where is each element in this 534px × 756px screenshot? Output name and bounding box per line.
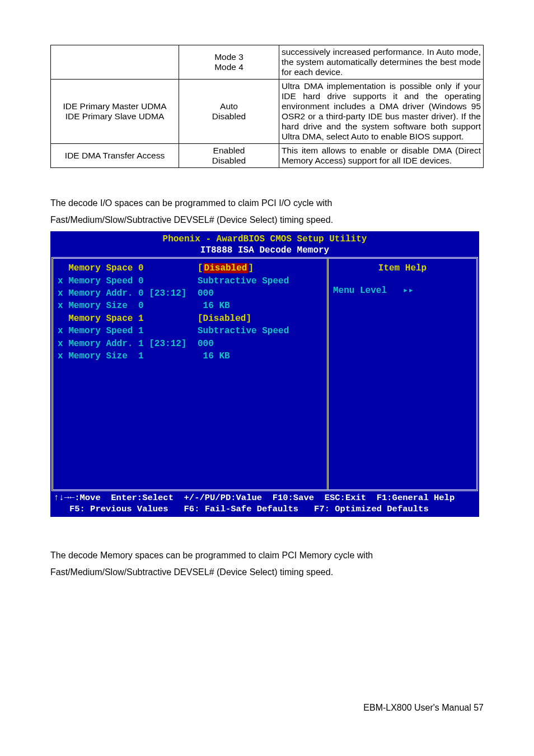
bios-item: x Memory Size 0 — [58, 300, 198, 312]
bios-item: x Memory Addr. 0 [23:12] — [58, 287, 198, 300]
bios-value: 16 KB — [198, 350, 230, 362]
bios-menu-level: Menu Level ▸▸ — [333, 284, 472, 296]
bios-title-1: Phoenix - AwardBIOS CMOS Setup Utility — [163, 234, 367, 244]
bios-item: x Memory Size 1 — [58, 350, 198, 362]
bios-item: x Memory Addr. 1 [23:12] — [58, 338, 198, 350]
bios-footer: ↑↓→←:Move Enter:Select +/-/PU/PD:Value F… — [50, 491, 479, 517]
cell-udma-options: Auto Disabled — [179, 80, 279, 144]
paragraph-io-decode-1: The decode I/O spaces can be programmed … — [50, 196, 484, 211]
opt: Auto — [220, 101, 238, 111]
bios-item: Memory Space 0 — [58, 262, 198, 274]
bios-screenshot: Phoenix - AwardBIOS CMOS Setup Utility I… — [50, 231, 479, 517]
bios-value: 16 KB — [198, 300, 230, 312]
opt: Disabled — [212, 111, 246, 121]
bios-item: x Memory Speed 1 — [58, 325, 198, 337]
bios-value: [Disabled] — [198, 312, 251, 325]
label: IDE Primary Slave UDMA — [65, 111, 165, 121]
bios-left-pane: Memory Space 0[Disabled] x Memory Speed … — [53, 259, 329, 489]
bios-value: Subtractive Speed — [198, 275, 289, 287]
bios-keys-1: ↑↓→←:Move Enter:Select +/-/PU/PD:Value F… — [54, 493, 455, 503]
cell-dma-options: Enabled Disabled — [179, 144, 279, 168]
bios-title-2: IT8888 ISA Decode Memory — [200, 245, 329, 255]
bios-item: x Memory Speed 0 — [58, 275, 198, 287]
spec-table: Mode 3 Mode 4 successively increased per… — [50, 45, 484, 168]
cell-mode-desc: successively increased performance. In A… — [279, 45, 484, 80]
bios-item: Memory Space 1 — [58, 312, 198, 325]
bios-help-title: Item Help — [333, 263, 472, 273]
bios-value: Subtractive Speed — [198, 325, 289, 337]
bios-help-pane: Item Help Menu Level ▸▸ — [329, 259, 476, 489]
opt: Enabled — [213, 146, 245, 155]
paragraph-mem-decode-2: Fast/Medium/Slow/Subtractive DEVSEL# (De… — [50, 565, 484, 580]
cell-udma-name: IDE Primary Master UDMA IDE Primary Slav… — [51, 80, 179, 144]
opt: Disabled — [212, 156, 246, 165]
bios-value-highlight: Disabled — [203, 263, 249, 273]
page-footer: EBM-LX800 User's Manual 57 — [50, 703, 484, 713]
cell-mode-options: Mode 3 Mode 4 — [179, 45, 279, 80]
bios-value: 000 — [198, 287, 214, 300]
cell-udma-desc: Ultra DMA implementation is possible onl… — [279, 80, 484, 144]
bios-value: 000 — [198, 338, 214, 350]
cell-dma-name: IDE DMA Transfer Access — [51, 144, 179, 168]
cell-mode-name — [51, 45, 179, 80]
cell-dma-desc: This item allows to enable or disable DM… — [279, 144, 484, 168]
bios-keys-2: F5: Previous Values F6: Fail-Safe Defaul… — [54, 504, 429, 514]
opt: Mode 3 — [214, 52, 243, 62]
paragraph-io-decode-2: Fast/Medium/Slow/Subtractive DEVSEL# (De… — [50, 213, 484, 227]
paragraph-mem-decode-1: The decode Memory spaces can be programm… — [50, 548, 484, 563]
opt: Mode 4 — [214, 62, 243, 72]
label: IDE Primary Master UDMA — [63, 101, 166, 111]
